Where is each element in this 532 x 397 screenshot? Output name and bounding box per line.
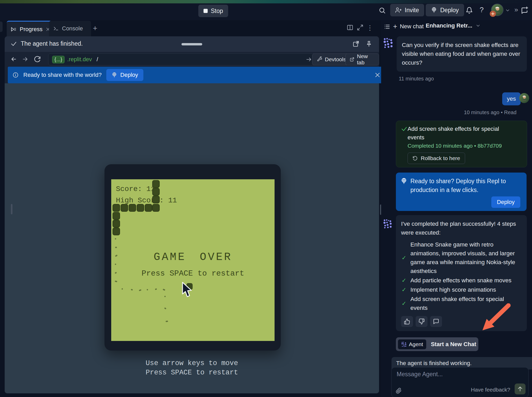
deploy-icon	[111, 72, 117, 78]
tab-console[interactable]: Console	[49, 21, 91, 36]
invite-label: Invite	[405, 7, 419, 14]
deploy-card-button[interactable]: Deploy	[491, 196, 520, 208]
comment-button[interactable]	[430, 316, 442, 327]
split-pane-icon[interactable]	[347, 24, 353, 31]
tab-console-label: Console	[62, 25, 83, 32]
deploy-icon	[431, 7, 437, 13]
forward-icon[interactable]	[22, 56, 29, 63]
url-bar[interactable]: {...} .replit.dev /	[48, 53, 316, 65]
plan-step-text: Implement high score animations	[410, 285, 521, 294]
high-score-text: High Score: 11	[116, 196, 177, 204]
user-avatar	[519, 93, 529, 103]
devtools-button[interactable]: Devtools	[312, 53, 351, 65]
snake-segment	[152, 204, 160, 212]
pane-resize-handle-left[interactable]	[11, 204, 12, 214]
chat-title: Enhancing Retr...	[426, 22, 472, 29]
deploy-icon	[401, 178, 407, 184]
message-timestamp: 11 minutes ago	[399, 76, 434, 82]
new-chat-button[interactable]: + New chat	[393, 22, 424, 31]
back-icon[interactable]	[10, 56, 17, 63]
particle	[166, 320, 168, 322]
thumbs-up-icon	[404, 318, 410, 325]
agent-avatar	[383, 37, 394, 48]
open-in-new-icon[interactable]	[353, 40, 359, 47]
terminal-icon	[53, 26, 59, 31]
mouse-cursor	[182, 282, 193, 298]
help-icon[interactable]: ?	[480, 6, 484, 14]
thumbs-down-button[interactable]	[416, 316, 428, 327]
feedback-link[interactable]: Have feedback?	[471, 387, 510, 393]
rollback-button[interactable]: Rollback to here	[408, 153, 465, 164]
notifications-icon[interactable]	[466, 7, 473, 14]
avatar[interactable]	[491, 4, 503, 16]
tab-progress-label: Progress	[20, 26, 43, 33]
agent-avatar	[383, 219, 393, 229]
expand-icon[interactable]	[357, 24, 363, 31]
agent-finished-text: The agent has finished.	[21, 40, 83, 47]
plan-step-text: Add particle effects when snake moves	[410, 276, 521, 285]
snake-segment	[152, 180, 160, 188]
send-button[interactable]	[515, 384, 526, 394]
game-screen[interactable]: Score: 11 High Score: 11 GAME OVER Press…	[111, 179, 275, 341]
chevron-down-icon[interactable]	[505, 8, 510, 13]
drag-handle[interactable]	[181, 43, 202, 45]
particle	[115, 280, 117, 282]
particle	[131, 289, 133, 291]
tab-progress[interactable]: Progress	[7, 21, 56, 37]
rollback-icon	[412, 156, 418, 161]
banner-deploy-button[interactable]: Deploy	[106, 69, 143, 81]
invite-button[interactable]: Invite	[390, 4, 424, 16]
new-chat-panel-icon[interactable]	[521, 6, 528, 14]
snake-segment	[113, 220, 120, 228]
particle	[164, 307, 166, 310]
search-icon[interactable]	[379, 7, 386, 14]
agent-status-text: The agent is finished working.	[396, 360, 472, 367]
new-tab-label: New tab	[357, 53, 375, 66]
progress-pane: The agent has finished. {...} .replit.de…	[5, 36, 379, 393]
add-tab-button[interactable]: +	[93, 24, 97, 33]
thumbs-up-button[interactable]	[401, 316, 413, 327]
wrench-icon	[317, 57, 322, 62]
replit-workspace: Stop Invite Deploy ?	[0, 0, 532, 397]
attach-icon[interactable]	[396, 387, 402, 394]
dock-fragment[interactable]	[0, 22, 3, 32]
user-message: yes	[502, 92, 521, 105]
plus-icon: +	[393, 22, 397, 31]
instructions-line1: Use arrow keys to move	[5, 359, 379, 367]
particle	[115, 247, 117, 248]
top-bar: Stop Invite Deploy ?	[0, 0, 532, 20]
reload-icon[interactable]	[34, 56, 41, 63]
plan-step: ✓ Enhance Snake game with retro animatio…	[402, 240, 522, 276]
kebab-menu-icon[interactable]: ⋮	[367, 24, 373, 32]
user-plus-icon	[395, 7, 402, 13]
rollback-label: Rollback to here	[421, 155, 460, 161]
go-icon[interactable]	[306, 56, 312, 63]
deploy-card-button-label: Deploy	[497, 199, 515, 206]
start-new-chat-button[interactable]: Agent Start a New Chat	[396, 337, 478, 351]
instructions-line2: Press SPACE to restart	[5, 369, 379, 377]
url-host: .replit.dev	[67, 56, 92, 63]
deploy-button[interactable]: Deploy	[426, 4, 464, 16]
browser-toolbar: {...} .replit.dev / Devtools New tab	[5, 52, 379, 67]
message-input[interactable]	[396, 371, 522, 378]
progress-icon	[10, 26, 17, 32]
deploy-card: Ready to share? Deploy this Repl to prod…	[396, 173, 527, 211]
devtools-label: Devtools	[325, 56, 346, 63]
banner-close-icon[interactable]	[374, 72, 381, 78]
score-text: Score: 11	[116, 185, 155, 193]
collapse-icon[interactable]: »	[514, 6, 518, 14]
new-chat-label: New chat	[400, 23, 424, 30]
new-tab-button[interactable]: New tab	[345, 53, 379, 65]
stop-button[interactable]: Stop	[198, 5, 228, 17]
start-new-chat-label: Start a New Chat	[431, 341, 476, 348]
check-icon: ✓	[402, 285, 407, 294]
check-icon: ✓	[402, 254, 407, 262]
snake-segment	[137, 204, 144, 212]
game-over-text: GAME OVER	[111, 251, 275, 263]
pin-icon[interactable]	[366, 40, 372, 47]
chat-list-icon[interactable]	[384, 23, 390, 30]
external-link-icon	[350, 57, 354, 62]
plan-step: ✓ Add particle effects when snake moves	[402, 276, 522, 285]
chat-title-dropdown[interactable]: Enhancing Retr...	[426, 22, 481, 29]
particle	[115, 238, 116, 240]
